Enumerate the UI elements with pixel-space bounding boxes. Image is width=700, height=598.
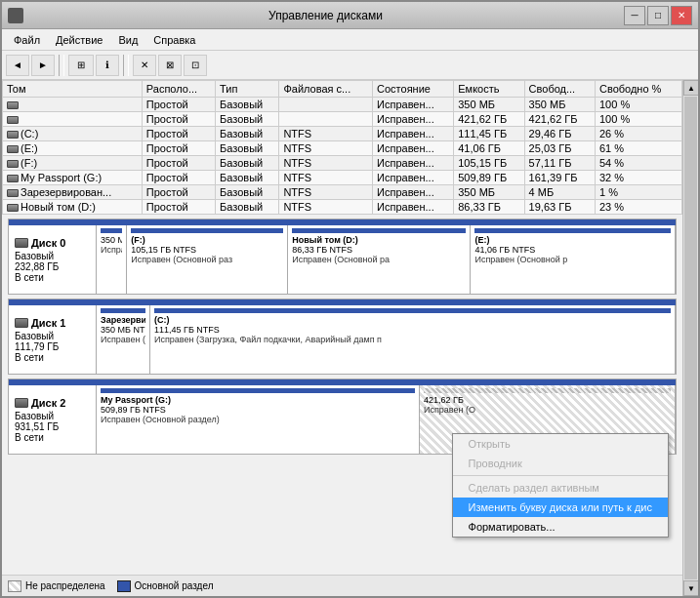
col-free-pct[interactable]: Свободно % (595, 81, 681, 98)
cell-ftype: NTFS (279, 141, 373, 156)
cell-name (3, 112, 143, 127)
disk-status: В сети (15, 352, 90, 363)
menu-help[interactable]: Справка (145, 32, 203, 48)
table-row[interactable]: Новый том (D:) Простой Базовый NTFS Испр… (3, 200, 682, 215)
col-location[interactable]: Располо... (142, 81, 215, 98)
cell-fs: Базовый (216, 127, 279, 141)
cell-name: Новый том (D:) (3, 200, 143, 215)
table-row[interactable]: (E:) Простой Базовый NTFS Исправен... 41… (3, 141, 682, 156)
scroll-down-button[interactable]: ▼ (683, 580, 698, 596)
close-button[interactable]: ✕ (671, 6, 692, 25)
delete-button[interactable]: ✕ (133, 55, 156, 76)
cell-ftype: NTFS (279, 200, 373, 215)
properties-button[interactable]: ⊞ (68, 55, 94, 76)
menu-file[interactable]: Файл (6, 32, 48, 48)
menu-action[interactable]: Действие (48, 32, 110, 48)
cell-status: Исправен... (373, 200, 454, 215)
cell-capacity: 350 МБ (454, 185, 524, 200)
minimize-button[interactable]: ─ (624, 6, 645, 25)
col-capacity[interactable]: Емкость (454, 81, 524, 98)
cell-type: Простой (142, 156, 215, 171)
cell-status: Исправен... (373, 127, 454, 141)
table-row[interactable]: Простой Базовый Исправен... 421,62 ГБ 42… (3, 112, 682, 127)
format-button[interactable]: ⊠ (158, 55, 182, 76)
table-row[interactable]: (C:) Простой Базовый NTFS Исправен... 11… (3, 127, 682, 141)
legend-bar: Не распределена Основной раздел (2, 575, 682, 596)
cell-free: 161,39 ГБ (524, 171, 595, 185)
forward-button[interactable]: ► (31, 55, 55, 76)
main-scrollbar[interactable]: ▲ ▼ (682, 80, 698, 596)
partition-name: My Passport (G:) (101, 395, 415, 405)
cell-name: Зарезервирован... (3, 185, 143, 200)
cell-capacity: 509,89 ГБ (454, 171, 524, 185)
context-menu-item-3: Сделать раздел активным (453, 478, 668, 498)
cell-free: 4 МБ (524, 185, 595, 200)
cell-name: My Passport (G:) (3, 171, 143, 185)
cell-status: Исправен... (373, 156, 454, 171)
disk-size: 931,51 ГБ (15, 421, 90, 432)
disk-type: Базовый (15, 331, 90, 341)
partition-detail: 421,62 ГБ (424, 395, 671, 405)
partition-name: (E:) (474, 235, 671, 245)
context-menu-item-5[interactable]: Форматировать... (453, 517, 668, 537)
col-type[interactable]: Тип (216, 81, 279, 98)
partition-sub: Исправен (Основной раз (131, 255, 283, 264)
partition-0-2[interactable]: Новый том (D:) 86,33 ГБ NTFS Исправен (О… (288, 225, 471, 294)
table-row[interactable]: My Passport (G:) Простой Базовый NTFS Ис… (3, 171, 682, 185)
col-free[interactable]: Свобод... (524, 81, 595, 98)
legend-primary-label: Основной раздел (135, 580, 214, 591)
cell-type: Простой (142, 171, 215, 185)
cell-status: Исправен... (373, 141, 454, 156)
maximize-button[interactable]: □ (647, 6, 669, 25)
partition-detail: 350 МБ (101, 235, 122, 245)
context-menu: ОткрытьПроводникСделать раздел активнымИ… (452, 433, 669, 538)
info-button[interactable]: ℹ (96, 55, 119, 76)
partition-0-0[interactable]: 350 МБ Исправен ( (97, 225, 127, 294)
cell-fs: Базовый (216, 171, 279, 185)
partition-1-1[interactable]: (C:) 111,45 ГБ NTFS Исправен (Загрузка, … (150, 305, 676, 374)
cell-ftype: NTFS (279, 127, 373, 141)
partition-1-0[interactable]: Зарезервировано систем 350 МБ NTFS Испра… (97, 305, 150, 374)
scroll-up-button[interactable]: ▲ (683, 80, 698, 96)
table-row[interactable]: Простой Базовый Исправен... 350 МБ 350 М… (3, 98, 682, 112)
cell-free-pct: 54 % (595, 156, 681, 171)
context-menu-item-4[interactable]: Изменить букву диска или путь к дис (453, 498, 668, 517)
cell-status: Исправен... (373, 98, 454, 112)
cell-capacity: 86,33 ГБ (454, 200, 524, 215)
context-menu-item-0: Открыть (453, 434, 668, 454)
partition-name: (C:) (154, 315, 671, 325)
context-menu-item-1: Проводник (453, 454, 668, 473)
cell-ftype: NTFS (279, 156, 373, 171)
col-fs[interactable]: Файловая с... (279, 81, 373, 98)
partition-0-1[interactable]: (F:) 105,15 ГБ NTFS Исправен (Основной р… (127, 225, 288, 294)
cell-type: Простой (142, 141, 215, 156)
partition-2-0[interactable]: My Passport (G:) 509,89 ГБ NTFS Исправен… (97, 385, 420, 454)
scroll-thumb[interactable] (684, 97, 697, 579)
cell-free-pct: 23 % (595, 200, 681, 215)
partition-0-3[interactable]: (E:) 41,06 ГБ NTFS Исправен (Основной р (471, 225, 676, 294)
table-row[interactable]: (F:) Простой Базовый NTFS Исправен... 10… (3, 156, 682, 171)
partition-detail: 350 МБ NTFS (101, 325, 145, 335)
table-row[interactable]: Зарезервирован... Простой Базовый NTFS И… (3, 185, 682, 200)
disk-partitions-0: 350 МБ Исправен ( (F:) 105,15 ГБ NTFS Ис… (97, 225, 676, 294)
partition-sub: Исправен (Основной р (474, 255, 671, 264)
cell-fs: Базовый (216, 112, 279, 127)
partition-sub: Исправен (Система, Актив (101, 335, 145, 344)
disk-status: В сети (15, 432, 90, 443)
col-volume[interactable]: Том (3, 81, 143, 98)
col-status[interactable]: Состояние (373, 81, 454, 98)
disk-id: Диск 0 (15, 237, 90, 249)
disk-info-0: Диск 0 Базовый 232,88 ГБ В сети (9, 225, 97, 294)
partition-detail: 86,33 ГБ NTFS (292, 245, 466, 255)
refresh-button[interactable]: ⊡ (184, 55, 207, 76)
cell-name: (C:) (3, 127, 143, 141)
volume-table-wrapper[interactable]: Том Располо... Тип Файловая с... Состоян… (2, 80, 682, 215)
legend-primary-box (117, 580, 131, 592)
cell-name (3, 98, 143, 112)
partition-sub: Исправен (Основной ра (292, 255, 466, 264)
cell-type: Простой (142, 112, 215, 127)
cell-capacity: 41,06 ГБ (454, 141, 524, 156)
back-button[interactable]: ◄ (6, 55, 29, 76)
menu-view[interactable]: Вид (110, 32, 145, 48)
cell-free-pct: 61 % (595, 141, 681, 156)
